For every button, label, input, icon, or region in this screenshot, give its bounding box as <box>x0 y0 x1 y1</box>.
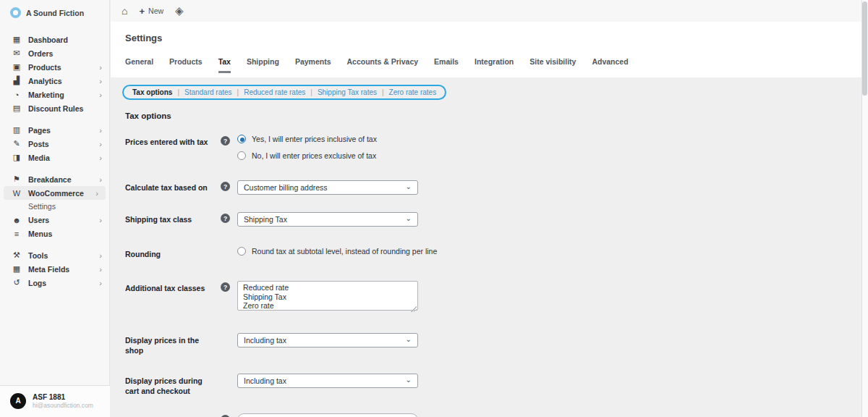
chevron-down-icon: ⌄ <box>406 214 412 222</box>
chevron-right-icon: › <box>99 216 102 224</box>
chevron-right-icon: › <box>99 77 102 85</box>
subnav-reduced-rate-rates[interactable]: Reduced rate rates <box>244 88 305 96</box>
chevron-right-icon: › <box>99 63 102 72</box>
checkbox-unchecked-icon <box>237 247 246 256</box>
chevron-right-icon: › <box>99 279 102 287</box>
display-prices-shop-select[interactable]: Including tax ⌄ <box>237 333 418 348</box>
meta-fields-icon: ▦ <box>12 264 22 274</box>
chevron-right-icon: › <box>95 189 98 198</box>
chevron-right-icon: › <box>99 175 102 184</box>
field-rounding: Rounding ? Round tax at subtotal level, … <box>125 247 861 259</box>
settings-tabs: General Products Tax Shipping Payments A… <box>111 57 868 73</box>
sidebar-item-orders[interactable]: ✉ Orders <box>0 46 109 60</box>
field-prices-entered-with-tax: Prices entered with tax ? Yes, I will en… <box>125 135 861 160</box>
tab-integration[interactable]: Integration <box>475 57 514 73</box>
resize-grip-icon[interactable] <box>411 306 417 312</box>
help-icon[interactable]: ? <box>221 282 230 292</box>
sidebar-item-users[interactable]: ☻ Users › <box>0 213 109 227</box>
chevron-right-icon: › <box>99 251 102 260</box>
tab-tax[interactable]: Tax <box>218 57 231 73</box>
logs-icon: ↺ <box>12 278 22 287</box>
settings-header: Settings General Products Tax Shipping P… <box>111 22 868 77</box>
tab-accounts-privacy[interactable]: Accounts & Privacy <box>346 57 418 73</box>
sidebar-item-logs[interactable]: ↺ Logs › <box>0 276 109 290</box>
subnav-zero-rate-rates[interactable]: Zero rate rates <box>389 88 437 96</box>
sidebar-item-woocommerce[interactable]: W WooCommerce › <box>4 186 106 200</box>
rounding-checkbox[interactable]: Round tax at subtotal level, instead of … <box>237 247 437 256</box>
tab-products[interactable]: Products <box>169 57 203 73</box>
breakdance-diamond-icon[interactable]: ◈ <box>175 4 184 17</box>
sidebar-item-media[interactable]: ◨ Media › <box>0 151 109 164</box>
scrollbar-thumb[interactable] <box>862 1 867 96</box>
sidebar: A Sound Fiction ▦ Dashboard ✉ Orders ▣ P… <box>0 0 110 417</box>
marketing-icon: ◔ <box>12 90 22 99</box>
sidebar-item-marketing[interactable]: ◔ Marketing › <box>0 88 109 101</box>
field-calculate-tax-based-on: Calculate tax based on ? Customer billin… <box>125 180 861 195</box>
subnav-tax-options[interactable]: Tax options <box>132 88 172 96</box>
sidebar-item-tools[interactable]: ⚒ Tools › <box>0 248 109 262</box>
sidebar-item-meta-fields[interactable]: ▦ Meta Fields › <box>0 262 109 276</box>
chevron-down-icon: ⌄ <box>406 182 412 190</box>
site-header[interactable]: A Sound Fiction <box>0 0 109 27</box>
help-icon[interactable]: ? <box>221 214 230 223</box>
sidebar-item-posts[interactable]: ✎ Posts › <box>0 137 109 151</box>
discount-rules-icon: ▤ <box>12 104 22 113</box>
tab-general[interactable]: General <box>125 57 153 73</box>
sidebar-item-menus[interactable]: ≡ Menus <box>0 227 109 240</box>
vertical-scrollbar[interactable] <box>861 0 868 417</box>
media-icon: ◨ <box>12 153 22 162</box>
sidebar-menu: ▦ Dashboard ✉ Orders ▣ Products › ▟ Anal… <box>0 33 109 290</box>
radio-prices-exclusive[interactable]: No, I will enter prices exclusive of tax <box>237 151 377 160</box>
help-icon[interactable]: ? <box>221 136 230 146</box>
sidebar-item-woocommerce-settings[interactable]: Settings <box>0 200 109 213</box>
field-additional-tax-classes: Additional tax classes ? Reduced rate Sh… <box>125 281 861 313</box>
additional-tax-classes-textarea[interactable]: Reduced rate Shipping Tax Zero rate <box>237 281 418 311</box>
new-button[interactable]: + New <box>139 6 163 17</box>
admin-bar: ⌂ + New ◈ <box>111 0 868 22</box>
tab-emails[interactable]: Emails <box>434 57 459 73</box>
pages-icon: ▥ <box>12 125 22 135</box>
radio-prices-inclusive[interactable]: Yes, I will enter prices inclusive of ta… <box>237 135 377 143</box>
tab-shipping[interactable]: Shipping <box>247 57 279 73</box>
sidebar-item-pages[interactable]: ▥ Pages › <box>0 123 109 137</box>
sidebar-item-breakdance[interactable]: ⚑ Breakdance › <box>0 172 109 186</box>
field-price-display-suffix: Price display suffix ? <box>125 413 861 417</box>
woocommerce-icon: W <box>12 189 22 198</box>
menus-icon: ≡ <box>12 229 22 238</box>
tab-advanced[interactable]: Advanced <box>592 57 628 73</box>
sidebar-item-products[interactable]: ▣ Products › <box>0 60 109 74</box>
posts-icon: ✎ <box>12 139 22 148</box>
orders-icon: ✉ <box>12 49 22 58</box>
sidebar-item-discount-rules[interactable]: ▤ Discount Rules <box>0 101 109 115</box>
avatar: A <box>10 393 26 409</box>
shipping-tax-class-select[interactable]: Shipping Tax ⌄ <box>237 212 418 227</box>
field-display-prices-cart: Display prices during cart and checkout … <box>125 374 861 396</box>
users-icon: ☻ <box>12 216 22 224</box>
chevron-right-icon: › <box>99 140 102 148</box>
user-email: hi@asoundfiction.com <box>33 402 93 410</box>
tab-site-visibility[interactable]: Site visibility <box>529 57 576 73</box>
sidebar-item-dashboard[interactable]: ▦ Dashboard <box>0 33 109 46</box>
tax-settings-content: Tax options | Standard rates | Reduced r… <box>111 77 861 417</box>
chevron-right-icon: › <box>99 90 102 99</box>
site-name: A Sound Fiction <box>26 9 84 17</box>
breakdance-icon: ⚑ <box>12 174 22 184</box>
subnav-shipping-tax-rates[interactable]: Shipping Tax rates <box>318 88 377 96</box>
help-icon[interactable]: ? <box>221 182 230 191</box>
chevron-down-icon: ⌄ <box>406 376 412 384</box>
analytics-icon: ▟ <box>12 76 22 85</box>
chevron-right-icon: › <box>99 126 102 135</box>
sidebar-item-analytics[interactable]: ▟ Analytics › <box>0 74 109 88</box>
chevron-down-icon: ⌄ <box>406 335 412 343</box>
chevron-right-icon: › <box>99 265 102 274</box>
user-card[interactable]: A ASF 1881 hi@asoundfiction.com <box>0 385 110 417</box>
calculate-tax-select[interactable]: Customer billing address ⌄ <box>237 180 418 195</box>
display-prices-cart-select[interactable]: Including tax ⌄ <box>237 374 418 388</box>
price-display-suffix-input[interactable] <box>237 413 418 417</box>
subnav-standard-rates[interactable]: Standard rates <box>184 88 232 96</box>
radio-unselected-icon <box>237 151 246 160</box>
tab-payments[interactable]: Payments <box>295 57 331 73</box>
dashboard-icon: ▦ <box>12 35 22 44</box>
site-logo-icon <box>10 7 21 18</box>
home-icon[interactable]: ⌂ <box>122 5 127 17</box>
